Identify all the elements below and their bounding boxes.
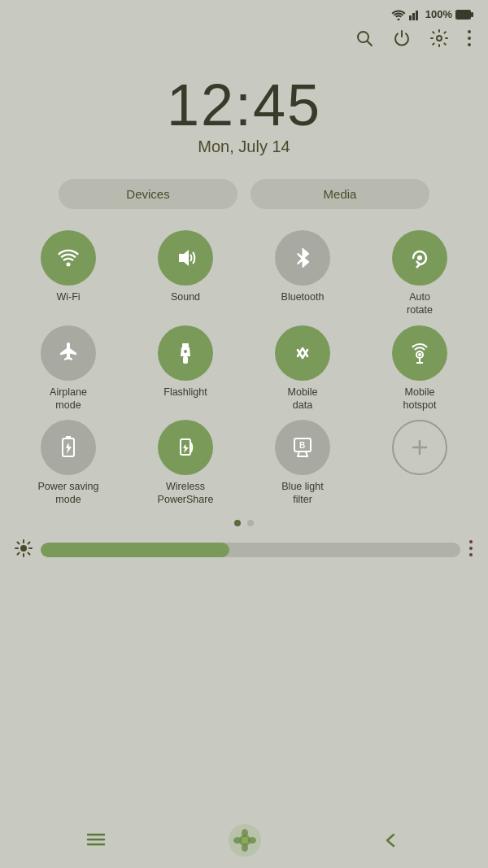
sound-tile-icon-wrap bbox=[158, 230, 213, 286]
tile-mobiledata[interactable]: Mobile data bbox=[246, 325, 359, 412]
dot-1 bbox=[234, 520, 241, 526]
flashlight-icon bbox=[172, 340, 198, 366]
recent-apps-icon[interactable] bbox=[85, 831, 107, 853]
svg-line-41 bbox=[28, 552, 30, 554]
power-icon[interactable] bbox=[392, 28, 412, 53]
powersave-icon bbox=[55, 434, 81, 460]
wireless-icon bbox=[172, 434, 198, 460]
quick-tiles-grid: Wi-Fi Sound Bluetooth A bbox=[0, 217, 488, 513]
clock-time: 12:45 bbox=[0, 76, 488, 134]
autorotate-label: Auto rotate bbox=[407, 290, 433, 317]
svg-point-13 bbox=[468, 37, 471, 40]
svg-line-40 bbox=[18, 542, 20, 543]
search-icon[interactable] bbox=[355, 28, 374, 53]
tabs-row: Devices Media bbox=[0, 163, 488, 217]
svg-point-52 bbox=[242, 829, 248, 837]
tile-bluelight[interactable]: B Blue light filter bbox=[246, 420, 359, 507]
mobiledata-tile-icon-wrap bbox=[275, 325, 330, 381]
bluelight-label: Blue light filter bbox=[281, 480, 323, 507]
svg-point-0 bbox=[397, 18, 399, 20]
svg-rect-4 bbox=[419, 9, 421, 20]
airplane-tile-icon-wrap bbox=[41, 325, 96, 381]
wireless-label: Wireless PowerShare bbox=[158, 480, 214, 507]
more-options-icon[interactable] bbox=[467, 28, 472, 53]
battery-icon bbox=[455, 9, 473, 20]
svg-point-35 bbox=[20, 545, 27, 552]
sound-icon bbox=[172, 245, 198, 271]
svg-rect-6 bbox=[471, 12, 473, 17]
settings-icon[interactable] bbox=[429, 28, 449, 53]
bluelight-tile-icon-wrap: B bbox=[275, 420, 330, 475]
bottom-nav bbox=[0, 816, 488, 868]
mobiledata-label: Mobile data bbox=[288, 386, 318, 412]
svg-point-17 bbox=[417, 255, 422, 260]
svg-line-10 bbox=[368, 41, 373, 46]
flashlight-label: Flashlight bbox=[163, 386, 207, 399]
signal-bars-icon bbox=[409, 9, 422, 20]
tile-airplane[interactable]: Airplane mode bbox=[11, 325, 125, 412]
tile-add[interactable] bbox=[363, 420, 477, 507]
svg-point-54 bbox=[233, 837, 242, 844]
back-button[interactable] bbox=[382, 831, 403, 853]
svg-point-14 bbox=[468, 43, 471, 46]
tile-bluetooth[interactable]: Bluetooth bbox=[246, 230, 359, 317]
tile-hotspot[interactable]: Mobile hotspot bbox=[363, 325, 477, 412]
brightness-track[interactable] bbox=[41, 543, 460, 557]
wifi-signal-icon bbox=[391, 9, 406, 20]
tile-sound[interactable]: Sound bbox=[129, 230, 242, 317]
svg-point-56 bbox=[242, 837, 248, 844]
tile-powersave[interactable]: Power saving mode bbox=[11, 420, 125, 507]
svg-point-55 bbox=[248, 837, 256, 844]
svg-text:B: B bbox=[299, 441, 305, 450]
tab-media[interactable]: Media bbox=[251, 179, 429, 209]
powersave-label: Power saving mode bbox=[37, 480, 98, 507]
svg-point-45 bbox=[469, 547, 473, 550]
svg-rect-8 bbox=[456, 11, 470, 19]
svg-rect-3 bbox=[416, 11, 418, 20]
brightness-more-icon[interactable] bbox=[468, 539, 473, 561]
wireless-tile-icon-wrap bbox=[158, 420, 213, 475]
status-icons: 100% bbox=[391, 8, 473, 20]
battery-percentage: 100% bbox=[425, 8, 452, 20]
tile-wireless[interactable]: Wireless PowerShare bbox=[129, 420, 242, 507]
wifi-icon bbox=[55, 245, 81, 271]
svg-rect-18 bbox=[182, 343, 189, 347]
status-bar: 100% bbox=[0, 0, 488, 24]
svg-point-53 bbox=[242, 844, 248, 852]
powersave-tile-icon-wrap bbox=[41, 420, 96, 475]
brightness-row bbox=[0, 531, 488, 569]
svg-line-42 bbox=[18, 552, 20, 554]
tile-autorotate[interactable]: Auto rotate bbox=[363, 230, 477, 317]
svg-point-15 bbox=[67, 263, 71, 267]
bluetooth-icon bbox=[290, 245, 316, 271]
svg-rect-1 bbox=[409, 15, 412, 20]
tab-devices[interactable]: Devices bbox=[59, 179, 237, 209]
autorotate-icon bbox=[407, 245, 433, 271]
autorotate-tile-icon-wrap bbox=[392, 230, 447, 286]
svg-point-46 bbox=[469, 553, 473, 556]
clock-section: 12:45 Mon, July 14 bbox=[0, 61, 488, 163]
brightness-icon bbox=[15, 539, 33, 561]
hotspot-tile-icon-wrap bbox=[392, 325, 447, 381]
page-dots bbox=[0, 513, 488, 531]
airplane-icon bbox=[55, 340, 81, 366]
wifi-label: Wi-Fi bbox=[56, 290, 80, 303]
svg-point-12 bbox=[468, 30, 471, 33]
svg-point-22 bbox=[418, 353, 421, 356]
svg-rect-19 bbox=[183, 356, 188, 364]
flashlight-tile-icon-wrap bbox=[158, 325, 213, 381]
tile-wifi[interactable]: Wi-Fi bbox=[11, 230, 125, 317]
mobiledata-icon bbox=[290, 340, 316, 366]
svg-point-44 bbox=[469, 540, 473, 543]
brightness-fill bbox=[41, 543, 229, 557]
tile-flashlight[interactable]: Flashlight bbox=[129, 325, 242, 412]
home-button[interactable] bbox=[227, 822, 263, 861]
bluelight-icon: B bbox=[290, 434, 316, 460]
add-icon bbox=[407, 434, 433, 460]
svg-rect-2 bbox=[412, 13, 415, 20]
bluetooth-tile-icon-wrap bbox=[275, 230, 330, 286]
svg-point-20 bbox=[184, 350, 187, 353]
bluetooth-label: Bluetooth bbox=[281, 290, 325, 303]
hotspot-icon bbox=[407, 340, 433, 366]
svg-point-11 bbox=[437, 36, 442, 41]
